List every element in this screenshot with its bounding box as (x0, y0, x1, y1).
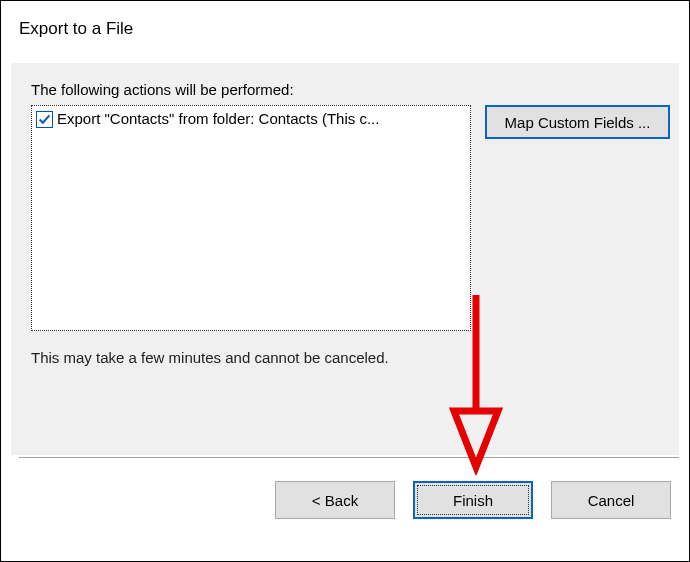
map-custom-fields-button[interactable]: Map Custom Fields ... (485, 105, 670, 139)
separator (19, 457, 679, 458)
back-button[interactable]: < Back (275, 481, 395, 519)
wizard-content-panel: The following actions will be performed:… (11, 63, 679, 455)
warning-text: This may take a few minutes and cannot b… (31, 349, 389, 366)
cancel-button[interactable]: Cancel (551, 481, 671, 519)
checkbox-checked-icon[interactable] (36, 111, 53, 128)
export-wizard-window: Export to a File The following actions w… (0, 0, 690, 562)
window-title: Export to a File (19, 19, 133, 39)
action-item[interactable]: Export "Contacts" from folder: Contacts … (36, 108, 466, 130)
actions-prompt-label: The following actions will be performed: (31, 81, 294, 98)
actions-list[interactable]: Export "Contacts" from folder: Contacts … (31, 105, 471, 331)
action-item-label: Export "Contacts" from folder: Contacts … (57, 108, 379, 130)
finish-button[interactable]: Finish (413, 481, 533, 519)
wizard-button-row: < Back Finish Cancel (1, 481, 679, 519)
